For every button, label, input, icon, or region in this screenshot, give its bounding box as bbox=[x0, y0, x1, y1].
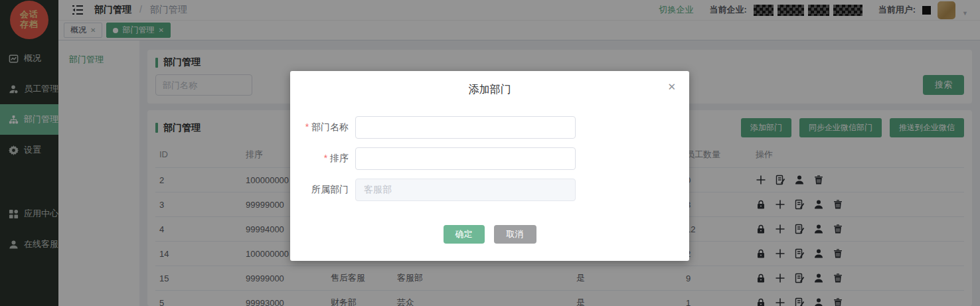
cancel-button[interactable]: 取消 bbox=[494, 225, 536, 244]
department-name-field[interactable] bbox=[355, 116, 576, 139]
add-department-modal: 添加部门 ✕ 部门名称 排序 所属部门 确定 取消 bbox=[290, 71, 689, 261]
modal-title: 添加部门 bbox=[290, 71, 689, 97]
confirm-button[interactable]: 确定 bbox=[444, 225, 485, 244]
field-label-sort: 排序 bbox=[290, 153, 355, 165]
field-label-department-name: 部门名称 bbox=[290, 121, 355, 133]
parent-department-field bbox=[355, 179, 576, 201]
close-icon[interactable]: ✕ bbox=[667, 81, 676, 93]
field-label-parent-department: 所属部门 bbox=[290, 184, 355, 196]
sort-field[interactable] bbox=[355, 147, 576, 170]
